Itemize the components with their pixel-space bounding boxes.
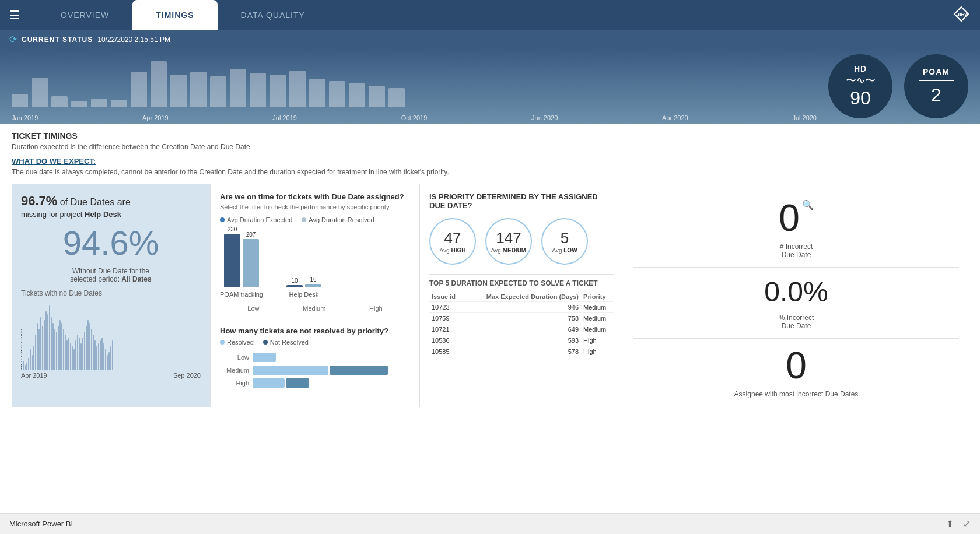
mini-bar: [32, 355, 33, 370]
mini-bar: [30, 349, 31, 370]
without-text: Without Due Date for the selected period…: [21, 267, 201, 283]
poam-metric-circle: POAM 2: [904, 54, 968, 118]
mini-chart-bars: [21, 300, 201, 370]
mini-bar: [110, 346, 111, 370]
legend-dot-resolved2: [220, 340, 225, 345]
poam-title: POAM: [923, 67, 950, 76]
share-icon[interactable]: ⬆: [946, 518, 954, 529]
poam-expected-val: 230: [228, 226, 237, 233]
mini-bar: [74, 349, 75, 370]
h-bar-not-resolved-high: [286, 378, 309, 388]
bar-16: [309, 79, 326, 107]
on-time-title: Are we on time for tickets with Due Date…: [220, 192, 410, 201]
legend-resolved2: Resolved: [220, 339, 254, 346]
jira-logo: JIRA: [952, 5, 971, 23]
hd-expected-val: 10: [291, 277, 298, 284]
poam-value: 2: [931, 85, 942, 106]
legend-expected: Avg Duration Expected: [220, 216, 292, 223]
bar-chart-legend: Avg Duration Expected Avg Duration Resol…: [220, 216, 410, 223]
search-icon[interactable]: 🔍: [802, 199, 814, 210]
panel-divider: [220, 319, 410, 319]
h-bar-resolved-low: [253, 353, 276, 362]
issue-id-4: 10586: [429, 335, 464, 346]
priority-5: High: [581, 346, 614, 357]
mini-bar: [80, 343, 82, 370]
poam-resolved-val: 207: [246, 231, 256, 238]
duration-4: 593: [464, 335, 581, 346]
expand-icon[interactable]: ⤢: [963, 518, 971, 529]
left-panel: 96.7% of Due Dates are missing for proje…: [12, 184, 210, 407]
bar-4: [71, 101, 88, 107]
nav-item-timings[interactable]: TIMINGS: [132, 0, 217, 30]
bar-20: [388, 88, 405, 107]
hamburger-menu[interactable]: ☰: [9, 8, 20, 22]
mini-bar: [24, 365, 26, 370]
nav-item-overview[interactable]: OVERVIEW: [37, 0, 132, 30]
x-label-low: Low: [247, 305, 259, 312]
mini-bar: [63, 329, 64, 370]
bar-1: [12, 94, 28, 107]
hd-wave-icon: 〜∿〜: [846, 73, 876, 87]
table-row: 10723 946 Medium: [429, 302, 614, 313]
bar-7: [131, 72, 147, 107]
mini-bar: [112, 340, 113, 370]
bar-14: [270, 75, 286, 107]
priority-medium-label: Avg MEDIUM: [491, 247, 526, 254]
mini-bar: [61, 323, 62, 370]
chart-label-jul2020: Jul 2020: [792, 114, 817, 121]
due-date-percent-value: 96.7%: [21, 194, 57, 208]
chart-label-apr2020: Apr 2020: [662, 114, 688, 121]
priority-circle-low: 5 Avg LOW: [541, 218, 588, 265]
priority-low-value: 5: [561, 229, 569, 247]
mini-bar: [72, 346, 73, 370]
helpdesk-bar-group: 10 16 Help Desk: [286, 276, 321, 298]
footer: Microsoft Power BI ⬆ ⤢: [0, 513, 980, 534]
period-label: All Dates: [121, 275, 151, 283]
what-expect-text: The due date is always completed, cannot…: [12, 168, 968, 176]
priority-circle-medium: 147 Avg MEDIUM: [485, 218, 532, 265]
mini-bar: [107, 355, 108, 370]
mini-bar: [105, 349, 106, 370]
due-date-missing-text: of Due Dates are: [60, 197, 131, 207]
legend-dot-not-resolved: [263, 340, 268, 345]
priority-high-label: Avg HIGH: [440, 247, 466, 254]
svg-text:JIRA: JIRA: [957, 12, 969, 17]
x-label-high: High: [369, 305, 383, 312]
priority-circle-high: 47 Avg HIGH: [429, 218, 476, 265]
mini-bar: [82, 338, 83, 370]
right-panel: 0 🔍 # IncorrectDue Date 0.0% % Incorrect…: [624, 184, 968, 407]
h-bar-medium: Medium: [220, 366, 410, 375]
chart-label-apr2019: Apr 2019: [142, 114, 169, 121]
mini-bar: [93, 335, 94, 370]
mini-bar: [94, 340, 96, 370]
top5-table: Issue id Max Expected Duration (Days) Pr…: [429, 292, 614, 357]
body-content: TICKET TIMINGS Duration expected is the …: [0, 124, 980, 414]
header-bar-chart: [12, 54, 968, 107]
h-bar-resolved-high: [253, 378, 285, 388]
table-row: 10721 649 Medium: [429, 324, 614, 335]
priority-3: Medium: [581, 324, 614, 335]
horizontal-bar-chart: Low Medium High: [220, 353, 410, 388]
no-due-dates-label: Tickets with no Due Dates: [21, 289, 201, 297]
middle-panel: Are we on time for tickets with Due Date…: [210, 184, 420, 407]
priority-4: High: [581, 335, 614, 346]
bar-15: [289, 71, 306, 107]
what-expect-label: WHAT DO WE EXPECT:: [12, 157, 968, 166]
hd-title: HD: [854, 64, 867, 73]
bar-10: [190, 72, 206, 107]
table-row: 10586 593 High: [429, 335, 614, 346]
missing-text-row: missing for project Help Desk: [21, 210, 201, 219]
incorrect-date-label: # IncorrectDue Date: [780, 243, 813, 259]
big-percent-94: 94.6%: [21, 223, 201, 262]
bar-6: [111, 100, 127, 107]
nav-item-data-quality[interactable]: DATA QUALITY: [218, 0, 328, 30]
chart-label-oct2019: Oct 2019: [401, 114, 428, 121]
mini-bar: [108, 352, 110, 370]
poam-expected-bar: [224, 234, 240, 287]
date-range-row: Apr 2019 Sep 2020: [21, 372, 201, 379]
mini-bar: [65, 335, 66, 370]
mini-bar: [66, 340, 68, 370]
h-bar-resolved-medium: [253, 366, 328, 375]
mini-bar: [56, 332, 57, 370]
bar-9: [170, 75, 187, 107]
